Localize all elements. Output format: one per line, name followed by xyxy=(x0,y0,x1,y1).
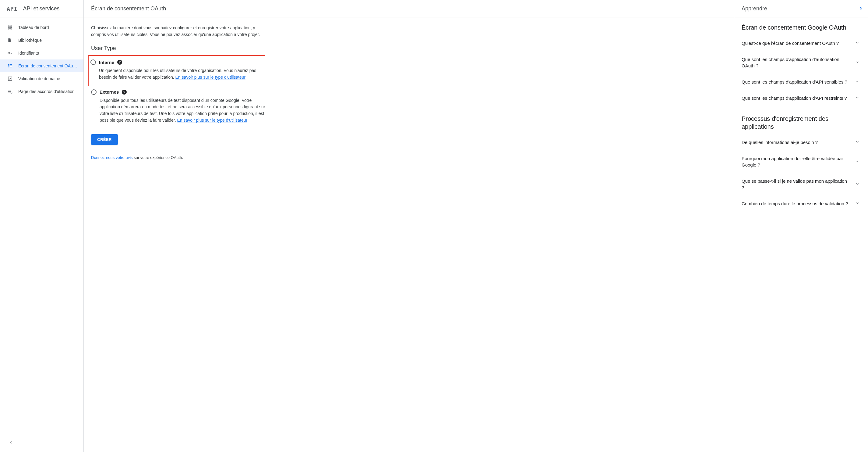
svg-rect-20 xyxy=(8,91,11,92)
intro-text: Choisissez la manière dont vous souhaite… xyxy=(91,25,265,38)
sidebar-item-label: Tableau de bord xyxy=(18,25,49,30)
feedback-link[interactable]: Donnez-nous votre avis xyxy=(91,155,133,160)
chevron-down-icon xyxy=(855,140,860,145)
sidebar-item-credentials[interactable]: Identifiants xyxy=(0,47,84,59)
sidebar-header: API API et services xyxy=(0,0,84,18)
sidebar-item-usage-agreements[interactable]: Page des accords d'utilisation xyxy=(0,85,84,98)
learn-panel: Apprendre Écran de consentement Google O… xyxy=(734,0,868,452)
svg-point-0 xyxy=(8,26,9,26)
sidebar-nav: Tableau de bord Bibliothèque Identifiant… xyxy=(0,18,84,432)
svg-rect-16 xyxy=(10,65,12,66)
page-title: Écran de consentement OAuth xyxy=(84,0,734,18)
radio-external[interactable] xyxy=(91,89,97,95)
collapse-sidebar-button[interactable] xyxy=(5,436,17,448)
sidebar-title: API et services xyxy=(23,5,60,12)
chevron-down-icon xyxy=(855,79,860,84)
learn-more-user-type-link[interactable]: En savoir plus sur le type d'utilisateur xyxy=(176,75,246,80)
collapse-learn-button[interactable] xyxy=(858,6,863,12)
svg-rect-15 xyxy=(10,64,12,65)
library-icon xyxy=(7,37,13,43)
svg-point-1 xyxy=(10,26,10,26)
help-icon[interactable]: ? xyxy=(122,90,127,94)
svg-point-22 xyxy=(11,92,12,94)
learn-section-title-2: Processus d'enregistrement des applicati… xyxy=(742,115,861,131)
feedback-text: Donnez-nous votre avis sur votre expérie… xyxy=(91,155,265,160)
svg-rect-13 xyxy=(8,65,9,66)
consent-icon xyxy=(7,63,13,68)
dashboard-icon xyxy=(7,25,13,30)
svg-point-5 xyxy=(11,27,11,28)
key-icon xyxy=(7,50,13,56)
chevron-down-icon xyxy=(855,201,860,206)
svg-point-3 xyxy=(8,27,9,28)
accordion-label: Pourquoi mon application doit-elle être … xyxy=(742,155,850,168)
chevron-down-icon xyxy=(855,95,860,101)
accordion-item[interactable]: Que sont les champs d'application d'auto… xyxy=(742,51,861,74)
learn-more-user-type-link[interactable]: En savoir plus sur le type d'utilisateur xyxy=(177,118,247,123)
accordion-label: Que sont les champs d'application d'auto… xyxy=(742,56,850,69)
chevron-down-icon xyxy=(855,159,860,164)
svg-point-4 xyxy=(10,27,10,28)
svg-rect-21 xyxy=(8,93,10,93)
sidebar-item-label: Page des accords d'utilisation xyxy=(18,89,74,94)
sidebar-item-label: Identifiants xyxy=(18,51,39,56)
sidebar-item-dashboard[interactable]: Tableau de bord xyxy=(0,21,84,34)
chevron-down-icon xyxy=(855,40,860,46)
svg-rect-8 xyxy=(10,38,11,42)
svg-rect-17 xyxy=(10,67,12,67)
svg-rect-14 xyxy=(8,66,9,67)
sidebar-item-label: Bibliothèque xyxy=(18,38,42,43)
svg-rect-19 xyxy=(8,90,11,91)
content: Écran de consentement OAuth Choisissez l… xyxy=(84,0,734,452)
svg-point-9 xyxy=(8,52,10,54)
help-icon[interactable]: ? xyxy=(117,60,122,65)
radio-internal-description: Uniquement disponible pour les utilisate… xyxy=(99,67,260,81)
chevron-down-icon xyxy=(855,60,860,65)
sidebar-item-label: Écran de consentement OAu… xyxy=(18,63,78,68)
list-settings-icon xyxy=(7,89,13,94)
sidebar-item-label: Validation de domaine xyxy=(18,76,60,81)
svg-rect-18 xyxy=(8,77,12,81)
accordion-label: Que sont les champs d'application d'API … xyxy=(742,79,850,85)
accordion-item[interactable]: Que sont les champs d'application d'API … xyxy=(742,74,861,90)
svg-rect-12 xyxy=(8,64,9,65)
accordion-label: Qu'est-ce que l'écran de consentement OA… xyxy=(742,40,850,46)
check-box-icon xyxy=(7,76,13,81)
section-user-type-title: User Type xyxy=(91,45,265,52)
learn-panel-title: Apprendre xyxy=(742,5,767,12)
accordion-item[interactable]: De quelles informations ai-je besoin ? xyxy=(742,134,861,150)
sidebar-item-library[interactable]: Bibliothèque xyxy=(0,34,84,47)
sidebar-item-oauth-consent[interactable]: Écran de consentement OAu… xyxy=(0,59,84,72)
svg-rect-23 xyxy=(10,441,10,444)
svg-rect-11 xyxy=(11,53,12,54)
sidebar-item-domain-verification[interactable]: Validation de domaine xyxy=(0,72,84,85)
chevron-down-icon xyxy=(855,182,860,187)
radio-external-description: Disponible pour tous les utilisateurs de… xyxy=(100,97,265,124)
accordion-item[interactable]: Que sont les champs d'application d'API … xyxy=(742,90,861,106)
accordion-label: Que se passe-t-il si je ne valide pas mo… xyxy=(742,178,850,191)
accordion-label: De quelles informations ai-je besoin ? xyxy=(742,139,850,145)
sidebar: API API et services Tableau de bord Bibl… xyxy=(0,0,84,452)
accordion-item[interactable]: Que se passe-t-il si je ne valide pas mo… xyxy=(742,173,861,196)
accordion-label: Que sont les champs d'application d'API … xyxy=(742,95,850,101)
svg-point-2 xyxy=(11,26,11,26)
svg-rect-24 xyxy=(862,6,862,10)
radio-internal-label: Interne xyxy=(99,60,114,65)
highlight-internal: Interne ? Uniquement disponible pour les… xyxy=(88,55,265,86)
svg-rect-7 xyxy=(9,38,10,42)
learn-section-title-1: Écran de consentement Google OAuth xyxy=(742,24,861,31)
create-button[interactable]: CRÉER xyxy=(91,134,118,145)
api-logo: API xyxy=(7,5,18,12)
accordion-label: Combien de temps dure le processus de va… xyxy=(742,200,850,207)
radio-internal[interactable] xyxy=(90,59,96,65)
svg-rect-6 xyxy=(8,38,8,42)
accordion-item[interactable]: Qu'est-ce que l'écran de consentement OA… xyxy=(742,35,861,51)
accordion-item[interactable]: Combien de temps dure le processus de va… xyxy=(742,196,861,212)
accordion-item[interactable]: Pourquoi mon application doit-elle être … xyxy=(742,150,861,173)
radio-external-label: Externes xyxy=(100,89,119,94)
